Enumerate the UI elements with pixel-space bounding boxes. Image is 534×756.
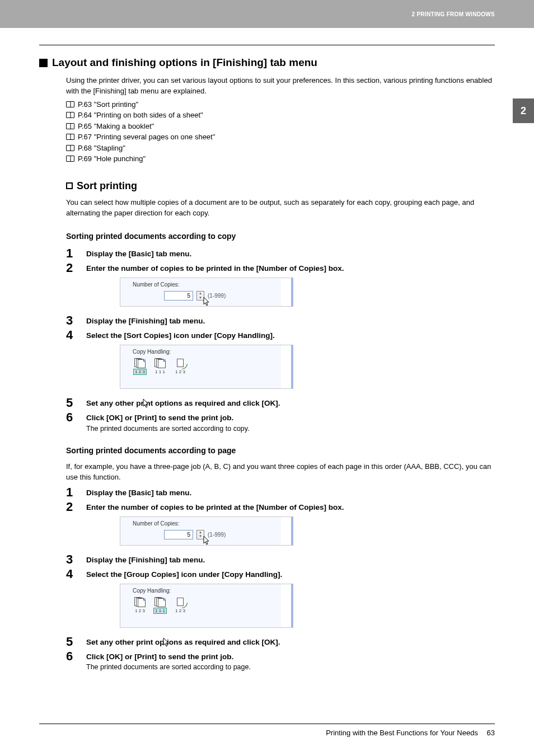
subsection-heading-text: Sort printing	[77, 180, 137, 192]
step-number: 3	[66, 553, 79, 566]
step-number: 4	[66, 568, 79, 580]
xref-item[interactable]: P.67 "Printing several pages on one shee…	[66, 132, 495, 143]
page-number: 63	[487, 729, 495, 737]
book-icon	[66, 123, 74, 129]
screenshot-copy-handling: Copy Handling: 1 2 3 1 1 1 1 2 3	[120, 345, 293, 389]
screenshot-copies: Number of Copies: ▲▼ (1-999)	[120, 278, 293, 307]
section-heading: Layout and finishing options in [Finishi…	[39, 57, 495, 69]
rotate-sort-icon[interactable]: 1 2 3	[173, 597, 188, 614]
book-icon	[66, 101, 74, 107]
step-title: Set any other print options as required …	[86, 637, 495, 648]
step-title: Select the [Sort Copies] icon under [Cop…	[86, 331, 495, 341]
cursor-icon	[163, 637, 171, 647]
copies-input[interactable]	[164, 291, 193, 300]
page-content: Layout and finishing options in [Finishi…	[0, 28, 534, 684]
chapter-title: 2 PRINTING FROM WINDOWS	[411, 11, 495, 17]
section-heading-text: Layout and finishing options in [Finishi…	[52, 57, 317, 69]
cursor-icon	[203, 536, 211, 546]
cross-reference-list: P.63 "Sort printing" P.64 "Printing on b…	[66, 99, 495, 165]
xref-item[interactable]: P.64 "Printing on both sides of a sheet"	[66, 110, 495, 121]
step-note: The printed documents are sorted accordi…	[86, 425, 495, 433]
copies-input[interactable]	[164, 530, 193, 539]
section-intro-text: Using the printer driver, you can set va…	[66, 76, 495, 97]
book-icon	[66, 156, 74, 162]
sort-copies-icon[interactable]: 1 2 3	[133, 597, 147, 614]
subsection-intro: You can select how multiple copies of a …	[66, 198, 495, 219]
book-icon	[66, 112, 74, 118]
step-number: 3	[66, 314, 79, 327]
procedure-heading: Sorting printed documents according to p…	[66, 446, 495, 455]
top-rule	[39, 45, 495, 45]
procedure-intro: If, for example, you have a three-page j…	[66, 462, 495, 483]
step-number: 1	[66, 247, 79, 260]
cursor-icon	[143, 398, 151, 408]
step-number: 4	[66, 329, 79, 341]
group-copies-icon[interactable]: 1 1 1	[153, 358, 167, 375]
outline-square-icon	[66, 182, 73, 189]
ss-copies-label: Number of Copies:	[133, 281, 291, 288]
screenshot-copies: Number of Copies: ▲▼ (1-999)	[120, 516, 293, 546]
step-number: 2	[66, 501, 79, 513]
cursor-icon	[203, 297, 211, 307]
procedure-heading: Sorting printed documents according to c…	[66, 232, 495, 241]
step-number: 5	[66, 636, 79, 648]
step-title: Select the [Group Copies] icon under [Co…	[86, 570, 495, 580]
step-title: Enter the number of copies to be printed…	[86, 503, 495, 513]
ss-handling-label: Copy Handling:	[133, 588, 291, 594]
book-icon	[66, 134, 74, 140]
subsection-heading: Sort printing	[66, 180, 495, 192]
step-title: Click [OK] or [Print] to send the print …	[86, 413, 495, 424]
step-title: Display the [Finishing] tab menu.	[86, 555, 495, 566]
step-title: Display the [Basic] tab menu.	[86, 249, 495, 260]
xref-item[interactable]: P.69 "Hole punching"	[66, 153, 495, 165]
procedure-steps: 1 Display the [Basic] tab menu. 2 Enter …	[66, 486, 495, 672]
xref-item[interactable]: P.65 "Making a booklet"	[66, 121, 495, 132]
xref-item[interactable]: P.63 "Sort printing"	[66, 99, 495, 110]
step-note: The printed documents are sorted accordi…	[86, 663, 495, 671]
xref-item[interactable]: P.68 "Stapling"	[66, 143, 495, 154]
chapter-side-tab: 2	[513, 98, 534, 123]
footer-text: Printing with the Best Functions for You…	[326, 729, 478, 737]
procedure-steps: 1 Display the [Basic] tab menu. 2 Enter …	[66, 247, 495, 433]
page-footer: Printing with the Best Functions for You…	[39, 724, 495, 737]
ss-copies-label: Number of Copies:	[133, 520, 291, 527]
step-number: 6	[66, 650, 79, 663]
step-number: 1	[66, 486, 79, 499]
step-number: 6	[66, 411, 79, 424]
step-title: Enter the number of copies to be printed…	[86, 264, 495, 274]
filled-square-icon	[39, 59, 48, 67]
step-title: Display the [Finishing] tab menu.	[86, 316, 495, 327]
screenshot-copy-handling: Copy Handling: 1 2 3 1 1 1 1 2 3	[120, 584, 293, 628]
group-copies-icon[interactable]: 1 1 1	[153, 597, 167, 614]
step-number: 5	[66, 397, 79, 409]
book-icon	[66, 145, 74, 151]
sort-copies-icon[interactable]: 1 2 3	[133, 358, 147, 375]
step-title: Click [OK] or [Print] to send the print …	[86, 652, 495, 663]
rotate-sort-icon[interactable]: 1 2 3	[173, 358, 188, 375]
ss-handling-label: Copy Handling:	[133, 349, 291, 355]
page-header-bar: 2 PRINTING FROM WINDOWS	[0, 0, 534, 28]
step-number: 2	[66, 262, 79, 274]
step-title: Display the [Basic] tab menu.	[86, 488, 495, 499]
